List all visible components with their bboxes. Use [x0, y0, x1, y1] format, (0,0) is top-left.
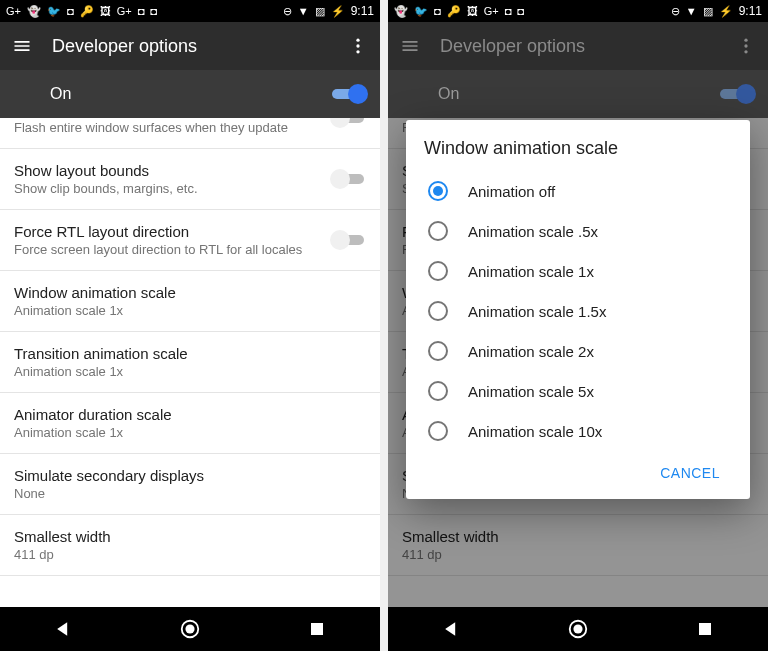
key-icon: 🔑 [80, 6, 94, 17]
radio-option[interactable]: Animation off [424, 171, 732, 211]
radio-icon[interactable] [428, 341, 448, 361]
instagram-icon: ◘ [138, 6, 145, 17]
radio-icon[interactable] [428, 381, 448, 401]
nav-home-icon[interactable] [567, 618, 589, 640]
radio-icon[interactable] [428, 221, 448, 241]
battery-icon: ⚡ [331, 6, 345, 17]
svg-point-7 [744, 44, 747, 47]
setting-row[interactable]: Smallest width411 dp [0, 515, 380, 576]
svg-point-6 [744, 39, 747, 42]
wifi-icon: ▼ [686, 6, 697, 17]
nav-recent-icon[interactable] [694, 618, 716, 640]
setting-row[interactable]: Force RTL layout directionForce screen l… [0, 210, 380, 271]
menu-icon[interactable] [398, 34, 422, 58]
svg-point-10 [573, 624, 582, 633]
snapchat-icon: 👻 [394, 6, 408, 17]
twitter-icon: 🐦 [47, 6, 61, 17]
master-switch-row[interactable]: On [0, 70, 380, 118]
phone-left: G+👻🐦◘🔑🖼G+◘◘ ⊖▼▨⚡9:11 Developer options O… [0, 0, 380, 651]
setting-title: Simulate secondary displays [14, 467, 366, 484]
key-icon: 🔑 [447, 6, 461, 17]
setting-subtitle: Animation scale 1x [14, 425, 366, 440]
radio-icon[interactable] [428, 301, 448, 321]
snapchat-icon: 👻 [27, 6, 41, 17]
radio-label: Animation scale 5x [468, 383, 594, 400]
radio-label: Animation scale 2x [468, 343, 594, 360]
setting-subtitle: Flash entire window surfaces when they u… [14, 120, 322, 135]
no-sim-icon: ▨ [703, 6, 713, 17]
radio-option[interactable]: Animation scale .5x [424, 211, 732, 251]
radio-option[interactable]: Animation scale 5x [424, 371, 732, 411]
google-plus-icon: G+ [6, 6, 21, 17]
setting-title: Transition animation scale [14, 345, 366, 362]
setting-row[interactable]: Transition animation scaleAnimation scal… [0, 332, 380, 393]
setting-row[interactable]: Show surface updatesFlash entire window … [0, 118, 380, 149]
image-icon: 🖼 [100, 6, 111, 17]
nav-back-icon[interactable] [440, 618, 462, 640]
radio-icon[interactable] [428, 261, 448, 281]
animation-scale-dialog: Window animation scale Animation offAnim… [406, 120, 750, 499]
battery-icon: ⚡ [719, 6, 733, 17]
radio-label: Animation scale 10x [468, 423, 602, 440]
setting-toggle[interactable] [332, 169, 366, 189]
cancel-button[interactable]: CANCEL [652, 459, 728, 487]
overflow-menu-icon[interactable] [734, 34, 758, 58]
svg-point-8 [744, 50, 747, 53]
dialog-title: Window animation scale [424, 138, 732, 159]
setting-subtitle: None [14, 486, 366, 501]
nav-bar [388, 607, 768, 651]
instagram-icon: ◘ [150, 6, 157, 17]
radio-option[interactable]: Animation scale 10x [424, 411, 732, 451]
svg-point-1 [356, 44, 359, 47]
nav-back-icon[interactable] [52, 618, 74, 640]
setting-title: Animator duration scale [14, 406, 366, 423]
do-not-disturb-icon: ⊖ [671, 6, 680, 17]
page-title: Developer options [52, 36, 328, 57]
setting-row[interactable]: Simulate secondary displaysNone [0, 454, 380, 515]
setting-toggle[interactable] [332, 230, 366, 250]
status-bar: G+👻🐦◘🔑🖼G+◘◘ ⊖▼▨⚡9:11 [0, 0, 380, 22]
master-switch-toggle[interactable] [720, 84, 754, 104]
setting-subtitle: Show clip bounds, margins, etc. [14, 181, 322, 196]
image-icon: 🖼 [467, 6, 478, 17]
nav-home-icon[interactable] [179, 618, 201, 640]
setting-subtitle: Animation scale 1x [14, 303, 366, 318]
svg-point-2 [356, 50, 359, 53]
svg-rect-11 [699, 623, 711, 635]
nav-recent-icon[interactable] [306, 618, 328, 640]
setting-subtitle: 411 dp [14, 547, 366, 562]
setting-title: Force RTL layout direction [14, 223, 322, 240]
radio-icon[interactable] [428, 181, 448, 201]
master-switch-toggle[interactable] [332, 84, 366, 104]
radio-option[interactable]: Animation scale 2x [424, 331, 732, 371]
radio-label: Animation off [468, 183, 555, 200]
setting-row[interactable]: Show layout boundsShow clip bounds, marg… [0, 149, 380, 210]
instagram-icon: ◘ [434, 6, 441, 17]
instagram-icon: ◘ [67, 6, 74, 17]
overflow-menu-icon[interactable] [346, 34, 370, 58]
page-title: Developer options [440, 36, 716, 57]
wifi-icon: ▼ [298, 6, 309, 17]
setting-row[interactable]: Animator duration scaleAnimation scale 1… [0, 393, 380, 454]
radio-option[interactable]: Animation scale 1x [424, 251, 732, 291]
google-plus-icon: G+ [117, 6, 132, 17]
twitter-icon: 🐦 [414, 6, 428, 17]
dialog-actions: CANCEL [424, 451, 732, 493]
setting-toggle[interactable] [332, 118, 366, 128]
setting-title: Show layout bounds [14, 162, 322, 179]
google-plus-icon: G+ [484, 6, 499, 17]
setting-row[interactable]: Window animation scaleAnimation scale 1x [0, 271, 380, 332]
menu-icon[interactable] [10, 34, 34, 58]
app-bar: Developer options [388, 22, 768, 70]
master-switch-label: On [14, 85, 332, 103]
instagram-icon: ◘ [517, 6, 524, 17]
master-switch-row[interactable]: On [388, 70, 768, 118]
svg-rect-5 [311, 623, 323, 635]
radio-option[interactable]: Animation scale 1.5x [424, 291, 732, 331]
radio-icon[interactable] [428, 421, 448, 441]
phone-right: 👻🐦◘🔑🖼G+◘◘ ⊖▼▨⚡9:11 Developer options On … [388, 0, 768, 651]
settings-list[interactable]: Show surface updatesFlash entire window … [0, 118, 380, 607]
setting-title: Window animation scale [14, 284, 366, 301]
svg-point-4 [185, 624, 194, 633]
status-time: 9:11 [739, 5, 762, 17]
